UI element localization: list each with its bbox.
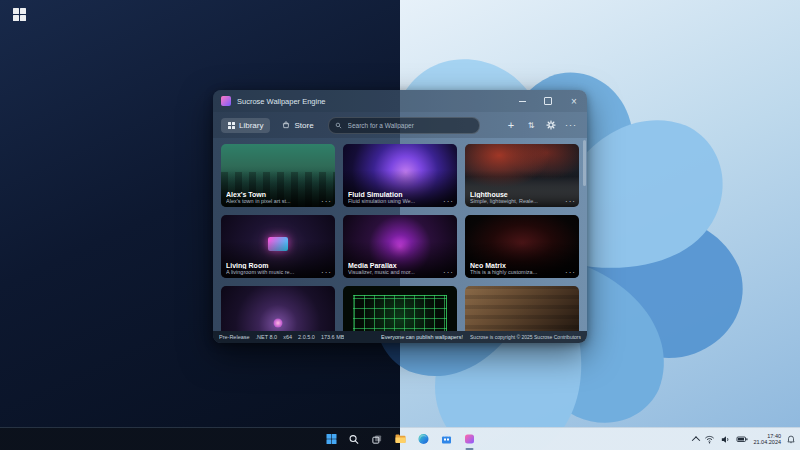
edge-browser-button[interactable]	[415, 431, 432, 448]
tile-more-button[interactable]: ···	[565, 269, 576, 277]
minimize-icon	[519, 101, 526, 102]
window-controls: ×	[509, 90, 587, 112]
window-toolbar: Library Store + ⇅	[213, 112, 587, 138]
window-statusbar: Pre-Release .NET 8.0 x64 2.0.5.0 173.6 M…	[213, 331, 587, 343]
maximize-button[interactable]	[535, 90, 561, 112]
window-titlebar[interactable]: Sucrose Wallpaper Engine ×	[213, 90, 587, 112]
minimize-button[interactable]	[509, 90, 535, 112]
tile-title: Living Room	[226, 262, 330, 269]
status-release-channel: Pre-Release	[219, 334, 250, 340]
tray-chevron-up-icon[interactable]	[692, 436, 700, 444]
tab-store-label: Store	[294, 121, 313, 130]
maximize-icon	[544, 97, 552, 105]
app-window: Sucrose Wallpaper Engine × Library Store	[213, 90, 587, 343]
tile-caption: Lighthouse Simple, lightweight, Reale...	[465, 170, 579, 207]
settings-button[interactable]	[543, 117, 559, 133]
store-icon	[440, 433, 452, 445]
tile-title: Lighthouse	[470, 191, 574, 198]
taskbar: 17:40 21.04.2024	[0, 427, 800, 450]
tile-caption: Media Parallax Visualizer, music and mor…	[343, 241, 457, 278]
wallpaper-tile-row3-1[interactable]	[221, 286, 335, 331]
tab-library[interactable]: Library	[221, 118, 270, 133]
tile-subtitle: A livingroom with music re...	[226, 269, 330, 275]
statusbar-copyright: Sucrose is copyright © 2025 Sucrose Cont…	[470, 331, 581, 343]
start-button[interactable]	[323, 431, 340, 448]
battery-icon[interactable]	[736, 433, 748, 445]
wallpaper-tile-media-parallax[interactable]: Media Parallax Visualizer, music and mor…	[343, 215, 457, 278]
window-title: Sucrose Wallpaper Engine	[237, 97, 326, 106]
windows-logo-watermark	[13, 8, 26, 21]
statusbar-left: Pre-Release .NET 8.0 x64 2.0.5.0 173.6 M…	[219, 331, 344, 343]
volume-icon[interactable]	[720, 434, 731, 445]
tile-title: Media Parallax	[348, 262, 452, 269]
wallpaper-tile-alexs-town[interactable]: Alex's Town Alex's town in pixel art st.…	[221, 144, 335, 207]
tile-more-button[interactable]: ···	[443, 269, 454, 277]
tab-library-label: Library	[239, 121, 263, 130]
toolbar-actions: + ⇅ ···	[503, 117, 579, 133]
status-dotnet-version: .NET 8.0	[256, 334, 278, 340]
taskbar-clock[interactable]: 17:40 21.04.2024	[753, 433, 781, 446]
tile-more-button[interactable]: ···	[321, 269, 332, 277]
wallpaper-search-box[interactable]	[328, 117, 480, 134]
more-options-button[interactable]: ···	[563, 117, 579, 133]
system-tray: 17:40 21.04.2024	[693, 428, 796, 450]
tile-caption: Neo Matrix This is a highly customiza...	[465, 241, 579, 278]
tab-store[interactable]: Store	[275, 118, 320, 133]
microsoft-store-button[interactable]	[438, 431, 455, 448]
status-memory-usage: 173.6 MB	[321, 334, 345, 340]
tile-title: Alex's Town	[226, 191, 330, 198]
search-input[interactable]	[346, 121, 473, 130]
tile-subtitle: Visualizer, music and mor...	[348, 269, 452, 275]
tile-more-button[interactable]: ···	[443, 198, 454, 206]
app-icon	[221, 96, 231, 106]
wallpaper-tile-row3-2[interactable]	[343, 286, 457, 331]
file-explorer-icon	[394, 433, 406, 445]
wallpaper-tile-fluid-simulation[interactable]: Fluid Simulation Fluid simulation using …	[343, 144, 457, 207]
tile-caption: Fluid Simulation Fluid simulation using …	[343, 170, 457, 207]
file-explorer-button[interactable]	[392, 431, 409, 448]
wallpaper-tile-lighthouse[interactable]: Lighthouse Simple, lightweight, Reale...…	[465, 144, 579, 207]
tile-subtitle: Fluid simulation using We...	[348, 198, 452, 204]
tile-subtitle: Simple, lightweight, Reale...	[470, 198, 574, 204]
close-button[interactable]: ×	[561, 90, 587, 112]
tile-title: Neo Matrix	[470, 262, 574, 269]
sort-button[interactable]: ⇅	[523, 117, 539, 133]
task-view-icon	[372, 434, 383, 445]
windows-start-icon	[325, 433, 337, 445]
tile-title: Fluid Simulation	[348, 191, 452, 198]
statusbar-message: Everyone can publish wallpapers!	[381, 331, 463, 343]
status-architecture: x64	[283, 334, 292, 340]
search-icon	[349, 434, 360, 445]
wallpaper-tile-row3-3[interactable]	[465, 286, 579, 331]
tile-more-button[interactable]: ···	[321, 198, 332, 206]
tile-subtitle: Alex's town in pixel art st...	[226, 198, 330, 204]
taskbar-center-icons	[323, 428, 478, 450]
wallpaper-grid: Alex's Town Alex's town in pixel art st.…	[213, 138, 587, 331]
edge-icon	[417, 433, 429, 445]
sucrose-app-button[interactable]	[461, 431, 478, 448]
grid-scrollbar[interactable]	[583, 140, 586, 329]
taskbar-search-button[interactable]	[346, 431, 363, 448]
status-app-version: 2.0.5.0	[298, 334, 315, 340]
notification-bell-icon[interactable]	[786, 434, 796, 444]
wallpaper-tile-living-room[interactable]: Living Room A livingroom with music re..…	[221, 215, 335, 278]
store-bag-icon	[282, 121, 290, 129]
scrollbar-thumb[interactable]	[583, 140, 586, 186]
gear-icon	[546, 120, 556, 130]
wallpaper-tile-neo-matrix[interactable]: Neo Matrix This is a highly customiza...…	[465, 215, 579, 278]
sucrose-app-icon	[463, 433, 475, 445]
clock-date: 21.04.2024	[753, 439, 781, 446]
library-grid-icon	[228, 122, 235, 129]
search-icon	[335, 122, 342, 129]
tile-more-button[interactable]: ···	[565, 198, 576, 206]
tile-subtitle: This is a highly customiza...	[470, 269, 574, 275]
task-view-button[interactable]	[369, 431, 386, 448]
wifi-icon[interactable]	[704, 434, 715, 445]
add-wallpaper-button[interactable]: +	[503, 117, 519, 133]
tile-caption: Living Room A livingroom with music re..…	[221, 241, 335, 278]
tile-caption: Alex's Town Alex's town in pixel art st.…	[221, 170, 335, 207]
